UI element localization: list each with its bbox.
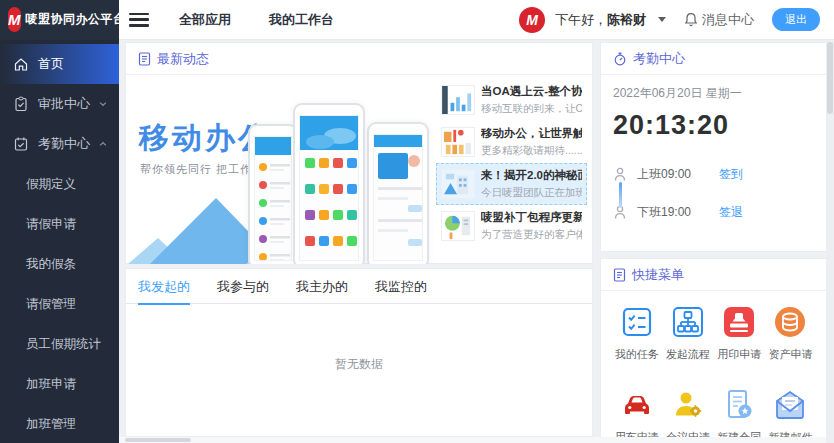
quick-item-label: 发起流程 (666, 347, 710, 362)
attendance-header: 考勤中心 (601, 43, 826, 75)
approval-icon (13, 96, 29, 112)
news-title: 移动办公，让世界触手可 (481, 126, 582, 141)
sidebar: 首页 审批中心 考勤中心 假期定义 请假申请 我的假条 请假管理 员工假期统计 … (0, 40, 119, 443)
panel-title: 考勤中心 (633, 50, 685, 68)
empty-state-text: 暂无数据 (126, 356, 592, 373)
tab-initiated-by-me[interactable]: 我发起的 (138, 269, 190, 304)
news-thumbnail (441, 85, 475, 115)
mobile-office-banner: 移动办公 帮你领先同行 把工作带出办公室 (126, 76, 434, 264)
panel-title: 最新动态 (157, 50, 209, 68)
sidebar-subitem-overtime-request[interactable]: 加班申请 (0, 364, 119, 404)
phone-mockup-right (367, 122, 429, 264)
timeline-connector (619, 182, 622, 208)
sidebar-item-approval-center[interactable]: 审批中心 (0, 84, 119, 124)
quick-menu-panel: 快捷菜单 我的任务 发起流程 用印申请 资产申请 用车申请 会议申请 新建合 (600, 258, 827, 443)
mail-icon (773, 388, 807, 422)
vertical-scrollbar-thumb[interactable] (827, 42, 833, 114)
check-out-row: 下班19:00 签退 (613, 193, 814, 231)
news-item[interactable]: 当OA遇上云-整个协同OA 移动互联的到来，让OA与云 (436, 79, 587, 121)
news-title: 唛盟补丁包程序更新 (481, 210, 582, 225)
news-thumbnail (441, 127, 475, 157)
sidebar-subitem-my-leave-notes[interactable]: 我的假条 (0, 244, 119, 284)
nav-my-workbench[interactable]: 我的工作台 (269, 11, 334, 29)
phone-mockup-center (293, 103, 365, 264)
phone-mockup-left (248, 124, 298, 264)
car-icon (620, 388, 654, 422)
chevron-down-icon[interactable] (658, 17, 666, 22)
news-item[interactable]: 移动办公，让世界触手可 更多精彩敬请期待........ (436, 121, 587, 163)
horizontal-scrollbar[interactable] (119, 437, 826, 443)
top-nav: 全部应用 我的工作台 (179, 11, 334, 29)
latest-news-panel: 最新动态 移动办公 帮你领先同行 把工作带出办公室 (125, 42, 593, 264)
news-item[interactable]: 唛盟补丁包程序更新 为了营造更好的客户体验，唛 (436, 205, 587, 247)
shift-start-label: 上班09:00 (637, 166, 709, 183)
chevron-down-icon (99, 100, 107, 108)
news-title: 来！揭开2.0的神秘面纱- (481, 168, 582, 183)
quick-item-seal-application[interactable]: 用印申请 (714, 305, 765, 362)
topbar-right: M 下午好，陈裕财 消息中心 退出 (519, 7, 834, 33)
bell-icon (684, 12, 698, 27)
process-tabs: 我发起的 我参与的 我主办的 我监控的 (126, 269, 592, 304)
sidebar-item-attendance-center[interactable]: 考勤中心 (0, 124, 119, 164)
sidebar-subitem-leave-request[interactable]: 请假申请 (0, 204, 119, 244)
top-bar: M 唛盟协同办公平台 全部应用 我的工作台 M 下午好，陈裕财 消息中心 退出 (0, 0, 834, 40)
check-out-link[interactable]: 签退 (719, 204, 743, 221)
nav-all-apps[interactable]: 全部应用 (179, 11, 231, 29)
attendance-rows: 上班09:00 签到 下班19:00 签退 (613, 155, 814, 231)
sidebar-subitem-overtime-management[interactable]: 加班管理 (0, 404, 119, 443)
quick-item-new-email[interactable]: 新建邮件 (765, 388, 816, 443)
person-icon (613, 167, 627, 182)
home-icon (13, 56, 29, 72)
message-center[interactable]: 消息中心 (684, 11, 754, 29)
asset-icon (773, 305, 807, 339)
sidebar-item-label: 考勤中心 (38, 135, 90, 153)
username: 陈裕财 (607, 12, 646, 27)
news-list: 当OA遇上云-整个协同OA 移动互联的到来，让OA与云 移动办公，让世界触手可 … (436, 79, 587, 247)
sidebar-subitem-holiday-definition[interactable]: 假期定义 (0, 164, 119, 204)
news-desc: 更多精彩敬请期待........ (481, 144, 582, 158)
sidebar-item-label: 首页 (38, 55, 64, 73)
attendance-panel: 考勤中心 2022年06月20日 星期一 20:13:20 上班09:00 签到… (600, 42, 827, 252)
brand-logo-icon: M (8, 7, 21, 32)
tab-hosted-by-me[interactable]: 我主办的 (296, 269, 348, 304)
shift-end-label: 下班19:00 (637, 204, 709, 221)
message-center-label: 消息中心 (702, 11, 754, 29)
attendance-date: 2022年06月20日 星期一 (613, 85, 814, 102)
sidebar-subitem-leave-management[interactable]: 请假管理 (0, 284, 119, 324)
tab-participated-by-me[interactable]: 我参与的 (217, 269, 269, 304)
my-processes-panel: 我发起的 我参与的 我主办的 我监控的 暂无数据 (125, 268, 593, 437)
news-desc: 今日唛盟团队正在加班加点, (481, 186, 582, 200)
contract-icon (722, 388, 756, 422)
quick-item-start-process[interactable]: 发起流程 (662, 305, 713, 362)
quick-item-new-contract[interactable]: 新建合同 (714, 388, 765, 443)
vertical-scrollbar[interactable] (826, 40, 834, 443)
quick-item-my-tasks[interactable]: 我的任务 (611, 305, 662, 362)
seal-icon (722, 305, 756, 339)
quick-item-vehicle-application[interactable]: 用车申请 (611, 388, 662, 443)
attendance-icon (13, 136, 29, 152)
user-avatar[interactable]: M (519, 7, 545, 33)
logout-button[interactable]: 退出 (772, 8, 820, 31)
user-greeting[interactable]: 下午好，陈裕财 (555, 11, 646, 29)
news-item-selected[interactable]: 来！揭开2.0的神秘面纱- 今日唛盟团队正在加班加点, (436, 163, 587, 205)
quick-menu-header: 快捷菜单 (601, 259, 826, 291)
hamburger-menu-icon[interactable] (129, 13, 149, 27)
sidebar-item-home[interactable]: 首页 (0, 44, 119, 84)
check-in-link[interactable]: 签到 (719, 166, 743, 183)
tab-monitored-by-me[interactable]: 我监控的 (375, 269, 427, 304)
check-in-row: 上班09:00 签到 (613, 155, 814, 193)
sidebar-subitem-employee-holiday-stats[interactable]: 员工假期统计 (0, 324, 119, 364)
greeting-text: 下午好， (555, 12, 607, 27)
sidebar-item-label: 审批中心 (38, 95, 90, 113)
app-title: 唛盟协同办公平台 (26, 11, 126, 28)
news-thumbnail (441, 169, 475, 199)
logo-block: M 唛盟协同办公平台 (0, 0, 119, 40)
tasks-icon (620, 305, 654, 339)
panel-title: 快捷菜单 (632, 266, 684, 284)
horizontal-scrollbar-thumb[interactable] (125, 438, 191, 442)
quick-menu-grid: 我的任务 发起流程 用印申请 资产申请 用车申请 会议申请 新建合同 新建邮件 (601, 291, 826, 443)
meeting-icon (671, 388, 705, 422)
quick-item-asset-application[interactable]: 资产申请 (765, 305, 816, 362)
stopwatch-icon (613, 52, 627, 66)
quick-item-meeting-application[interactable]: 会议申请 (662, 388, 713, 443)
